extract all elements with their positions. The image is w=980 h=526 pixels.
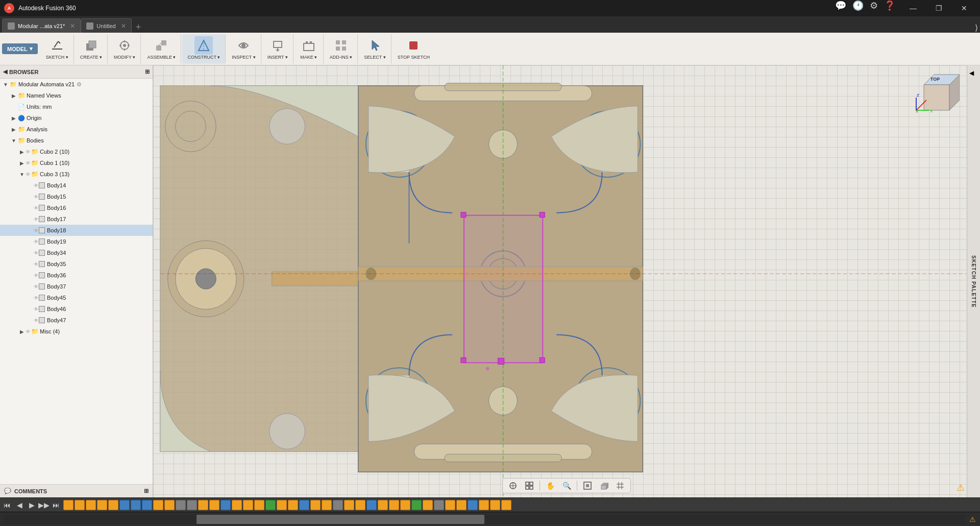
bodies-toggle[interactable]: ▼: [10, 137, 17, 144]
timeline-item-8[interactable]: [142, 500, 152, 510]
body19-eye[interactable]: 👁: [34, 239, 39, 245]
timeline-start-button[interactable]: ⏮: [2, 500, 12, 510]
inspect-button[interactable]: INSPECT ▾: [230, 35, 257, 61]
body46-eye[interactable]: 👁: [34, 306, 39, 312]
cubo2-toggle[interactable]: ▶: [18, 148, 26, 155]
stop-sketch-button[interactable]: STOP SKETCH: [396, 35, 432, 61]
modify-button[interactable]: MODIFY ▾: [112, 35, 137, 61]
body15-eye[interactable]: 👁: [34, 194, 39, 200]
tree-item-body14[interactable]: ▶ 👁 Body14: [0, 180, 153, 191]
restore-button[interactable]: ❐: [927, 0, 950, 16]
sketch-button[interactable]: SKETCH ▾: [44, 35, 70, 61]
timeline-item-21[interactable]: [288, 500, 298, 510]
body18-eye[interactable]: 👁: [34, 228, 39, 233]
timeline-item-22[interactable]: [299, 500, 309, 510]
timeline-item-19[interactable]: [265, 500, 276, 510]
new-tab-button[interactable]: +: [136, 22, 141, 33]
timeline-item-2[interactable]: [75, 500, 85, 510]
timeline-item-1[interactable]: [63, 500, 74, 510]
timeline-item-39[interactable]: [490, 500, 500, 510]
tree-item-body37[interactable]: ▶ 👁 Body37: [0, 281, 153, 292]
body16-eye[interactable]: 👁: [34, 205, 39, 211]
timeline-item-20[interactable]: [277, 500, 287, 510]
tree-item-cubo2[interactable]: ▶ 👁 📁 Cubo 2 (10): [0, 146, 153, 157]
tree-item-cubo3[interactable]: ▼ 👁 📁 Cubo 3 (13): [0, 169, 153, 180]
addins-button[interactable]: ADD-INS ▾: [328, 35, 355, 61]
tree-item-body47[interactable]: ▶ 👁 Body47: [0, 315, 153, 326]
cubo2-eye[interactable]: 👁: [26, 149, 31, 155]
timeline-item-11[interactable]: [176, 500, 186, 510]
timeline-item-34[interactable]: [434, 500, 444, 510]
timeline-item-14[interactable]: [209, 500, 219, 510]
viewport[interactable]: ∅ 60 ∅ 60 ∅ 60 ∅ 60: [153, 65, 980, 497]
pan-button[interactable]: ✋: [543, 480, 557, 492]
named-views-toggle[interactable]: ▶: [10, 92, 17, 99]
cubo1-eye[interactable]: 👁: [26, 160, 31, 166]
timeline-end-button[interactable]: ⏭: [51, 500, 61, 510]
timeline-item-7[interactable]: [131, 500, 141, 510]
timeline-item-16[interactable]: [232, 500, 242, 510]
body47-eye[interactable]: 👁: [34, 318, 39, 323]
timeline-item-3[interactable]: [86, 500, 96, 510]
timeline-item-17[interactable]: [243, 500, 253, 510]
sketch-palette-toggle[interactable]: ◀: [969, 69, 974, 77]
tree-item-origin[interactable]: ▶ 🔵 Origin: [0, 112, 153, 124]
cubo3-eye[interactable]: 👁: [26, 172, 31, 177]
timeline-item-30[interactable]: [389, 500, 399, 510]
timeline-item-37[interactable]: [468, 500, 478, 510]
tree-item-bodies[interactable]: ▼ 📁 Bodies: [0, 135, 153, 146]
body34-eye[interactable]: 👁: [34, 250, 39, 256]
timeline-item-26[interactable]: [344, 500, 354, 510]
timeline-item-40[interactable]: [501, 500, 511, 510]
tree-item-body15[interactable]: ▶ 👁 Body15: [0, 191, 153, 202]
timeline-play-button[interactable]: ▶: [27, 500, 37, 510]
grid-button[interactable]: [522, 480, 536, 492]
timeline-item-32[interactable]: [411, 500, 422, 510]
tree-item-units[interactable]: ▶ 📄 Units: mm: [0, 101, 153, 112]
grid-display-button[interactable]: [613, 480, 627, 492]
timeline-item-24[interactable]: [322, 500, 332, 510]
body37-eye[interactable]: 👁: [34, 284, 39, 290]
tree-item-body19[interactable]: ▶ 👁 Body19: [0, 236, 153, 247]
timeline-item-25[interactable]: [333, 500, 343, 510]
insert-button[interactable]: INSERT ▾: [265, 35, 290, 61]
browser-expand-icon[interactable]: ⊞: [145, 68, 150, 75]
timeline-item-36[interactable]: [456, 500, 467, 510]
timeline-item-18[interactable]: [254, 500, 264, 510]
timeline-item-29[interactable]: [378, 500, 388, 510]
warning-icon[interactable]: ⚠: [957, 482, 965, 493]
body14-eye[interactable]: 👁: [34, 183, 39, 188]
body36-eye[interactable]: 👁: [34, 273, 39, 278]
scroll-thumb[interactable]: [197, 515, 485, 524]
minimize-button[interactable]: —: [901, 0, 925, 16]
tree-item-named-views[interactable]: ▶ 📁 Named Views: [0, 90, 153, 101]
tab-expand-icon[interactable]: ⟩: [975, 23, 978, 33]
timeline-item-13[interactable]: [198, 500, 208, 510]
body45-eye[interactable]: 👁: [34, 295, 39, 301]
tree-item-body46[interactable]: ▶ 👁 Body46: [0, 303, 153, 315]
cubo3-toggle[interactable]: ▼: [18, 171, 26, 178]
assemble-button[interactable]: ASSEMBLE ▾: [145, 35, 178, 61]
timeline-item-27[interactable]: [355, 500, 365, 510]
misc-eye[interactable]: 👁: [26, 329, 31, 334]
make-button[interactable]: MAKE ▾: [298, 35, 320, 61]
mode-selector[interactable]: MODEL ▾: [2, 43, 38, 54]
body35-eye[interactable]: 👁: [34, 261, 39, 267]
tree-item-body34[interactable]: ▶ 👁 Body34: [0, 247, 153, 258]
view-cube-button[interactable]: [597, 480, 611, 492]
analysis-toggle[interactable]: ▶: [10, 126, 17, 133]
browser-collapse-icon[interactable]: ◀: [3, 68, 7, 75]
display-mode-button[interactable]: [580, 480, 595, 492]
timeline-item-6[interactable]: [119, 500, 130, 510]
timeline-item-4[interactable]: [97, 500, 107, 510]
timeline-item-12[interactable]: [187, 500, 197, 510]
create-button[interactable]: CREATE ▾: [78, 35, 104, 61]
timeline-item-31[interactable]: [400, 500, 410, 510]
close-button[interactable]: ✕: [952, 0, 976, 16]
tree-item-body35[interactable]: ▶ 👁 Body35: [0, 258, 153, 270]
tab-modular[interactable]: Modular ...ata v21* ✕: [2, 18, 81, 33]
nav-cube[interactable]: TOP Y X Z: [914, 69, 960, 115]
snap-button[interactable]: [506, 480, 520, 492]
tree-item-root[interactable]: ▼ 📁 Modular Automata v21 ⚙: [0, 79, 153, 90]
tree-item-body17[interactable]: ▶ 👁 Body17: [0, 213, 153, 225]
